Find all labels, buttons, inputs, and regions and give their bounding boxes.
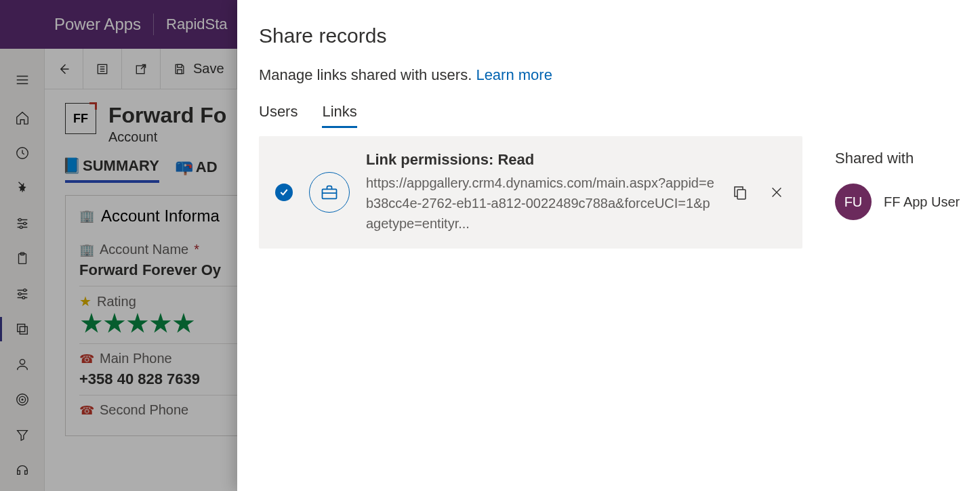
remove-link-button[interactable] (767, 183, 786, 202)
user-avatar: FU (835, 184, 872, 220)
link-permission-label: Link permissions: Read (366, 151, 714, 169)
selected-check-icon[interactable] (275, 184, 293, 201)
share-records-panel: Share records Manage links shared with u… (237, 0, 980, 491)
panel-description: Manage links shared with users. Learn mo… (259, 66, 958, 84)
panel-description-text: Manage links shared with users. (259, 66, 472, 83)
svg-rect-20 (737, 190, 746, 199)
briefcase-icon (309, 172, 350, 213)
panel-title: Share records (259, 24, 958, 47)
shared-user-row[interactable]: FU FF App User (835, 184, 969, 220)
copy-link-button[interactable] (731, 183, 750, 202)
link-card[interactable]: Link permissions: Read https://appgaller… (259, 136, 802, 249)
learn-more-link[interactable]: Learn more (476, 66, 552, 83)
panel-tab-links[interactable]: Links (322, 103, 356, 128)
shared-with-title: Shared with (835, 150, 969, 167)
link-url: https://appgallery.crm4.dynamics.com/mai… (366, 173, 714, 234)
panel-tab-users[interactable]: Users (259, 103, 298, 128)
svg-rect-19 (323, 189, 337, 198)
shared-user-name: FF App User (884, 194, 960, 210)
